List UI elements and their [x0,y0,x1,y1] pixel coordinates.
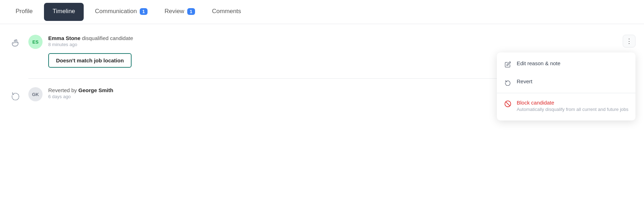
block-label: Block candidate [517,100,628,106]
revert-icon [9,89,23,103]
block-sublabel: Automatically disqualify from all curren… [517,106,628,113]
tab-comments-label: Comments [212,8,241,15]
dropdown-item-edit-reason[interactable]: Edit reason & note [497,55,635,73]
avatar-emma: ES [28,35,43,49]
tab-timeline-label: Timeline [52,8,75,15]
actor-action-1: disqualified candidate [82,35,133,41]
tab-review-badge: 1 [187,8,195,15]
hand-icon [9,36,23,50]
reason-box: Doesn't match job location [48,53,132,68]
timeline-header-1: Emma Stone disqualified candidate 8 minu… [48,35,635,47]
edit-reason-label: Edit reason & note [517,60,560,66]
avatar-george: GK [28,87,43,101]
actor-name-1: Emma Stone [48,35,80,41]
more-options-button[interactable]: ⋮ [623,35,635,47]
tab-bar: Profile Timeline Communication 1 Review … [0,0,644,24]
tab-communication-label: Communication [95,8,137,15]
tab-communication-badge: 1 [140,8,148,15]
timeline-content: ES Emma Stone disqualified candidate 8 m… [0,24,644,124]
edit-icon [504,61,512,68]
block-icon [504,100,512,108]
revert-menu-icon [504,79,512,86]
actor-action-2: Reverted by [48,87,78,93]
tab-timeline[interactable]: Timeline [44,3,84,21]
tab-review-label: Review [165,8,184,15]
tab-profile[interactable]: Profile [9,1,40,22]
tab-comments[interactable]: Comments [205,1,248,22]
tab-review[interactable]: Review 1 [157,1,202,22]
tab-communication[interactable]: Communication 1 [88,1,155,22]
actor-name-2: George Smith [78,87,113,93]
tab-profile-label: Profile [16,8,33,15]
page-container: Profile Timeline Communication 1 Review … [0,0,644,202]
svg-line-1 [506,102,510,106]
dropdown-item-revert[interactable]: Revert [497,73,635,91]
dropdown-menu: Edit reason & note Revert [497,52,635,120]
dropdown-divider [497,93,635,93]
dropdown-item-block[interactable]: Block candidate Automatically disqualify… [497,95,635,118]
timeline-meta-1: Emma Stone disqualified candidate 8 minu… [48,35,133,47]
timeline-time-1: 8 minutes ago [48,42,133,47]
revert-label: Revert [517,78,532,84]
